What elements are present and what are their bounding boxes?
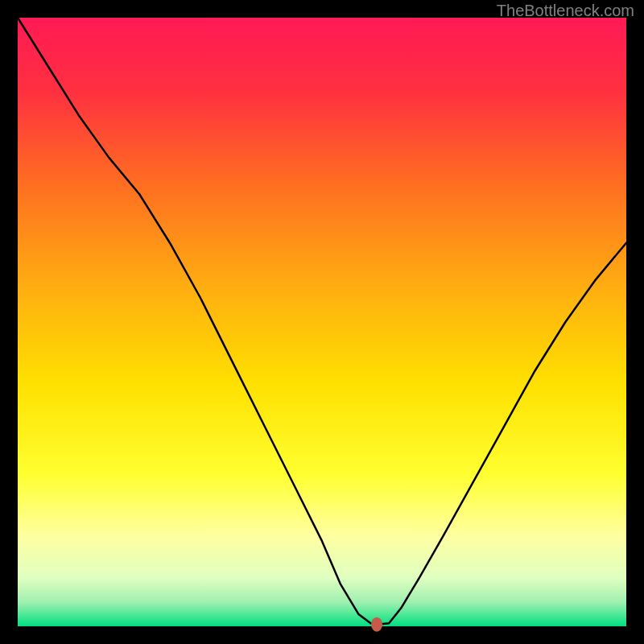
gradient-background [18, 18, 626, 626]
attribution-text: TheBottleneck.com [497, 2, 634, 20]
chart-svg [0, 0, 644, 644]
bottleneck-chart: TheBottleneck.com [0, 0, 644, 644]
optimal-point-marker [371, 617, 382, 632]
